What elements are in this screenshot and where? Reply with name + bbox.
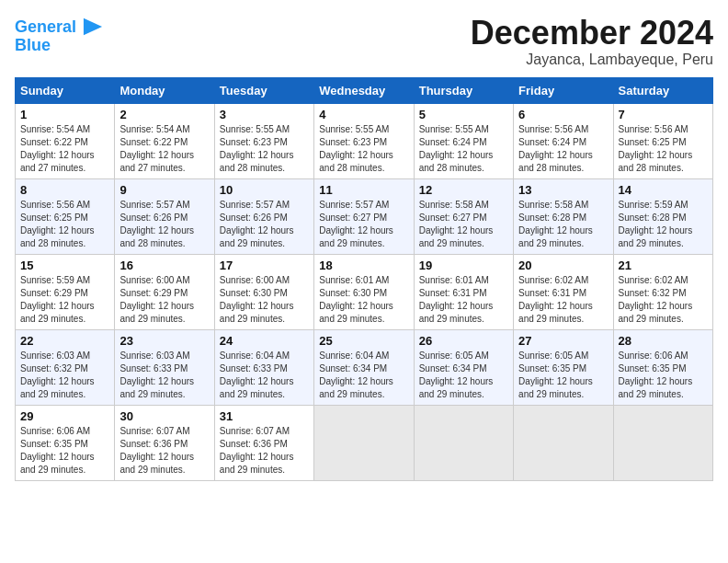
week-row-3: 15Sunrise: 5:59 AM Sunset: 6:29 PM Dayli…	[16, 254, 713, 329]
calendar-header: Sunday Monday Tuesday Wednesday Thursday…	[16, 77, 713, 103]
logo: General Blue	[15, 18, 106, 55]
day-number: 2	[119, 108, 209, 121]
header-tuesday: Tuesday	[214, 77, 313, 103]
day-cell: 10Sunrise: 5:57 AM Sunset: 6:26 PM Dayli…	[214, 178, 313, 254]
day-info: Sunrise: 5:56 AM Sunset: 6:25 PM Dayligh…	[619, 123, 708, 175]
day-cell: 22Sunrise: 6:03 AM Sunset: 6:32 PM Dayli…	[16, 329, 115, 405]
header-friday: Friday	[514, 77, 613, 103]
day-cell: 17Sunrise: 6:00 AM Sunset: 6:30 PM Dayli…	[214, 254, 313, 329]
day-cell: 18Sunrise: 6:01 AM Sunset: 6:30 PM Dayli…	[314, 254, 414, 329]
day-info: Sunrise: 6:04 AM Sunset: 6:33 PM Dayligh…	[220, 350, 309, 401]
day-number: 19	[419, 259, 508, 272]
day-cell: 5Sunrise: 5:55 AM Sunset: 6:24 PM Daylig…	[414, 103, 513, 178]
week-row-1: 1Sunrise: 5:54 AM Sunset: 6:22 PM Daylig…	[16, 103, 713, 178]
week-row-2: 8Sunrise: 5:56 AM Sunset: 6:25 PM Daylig…	[16, 178, 713, 254]
day-info: Sunrise: 5:57 AM Sunset: 6:26 PM Dayligh…	[220, 199, 309, 250]
day-info: Sunrise: 6:05 AM Sunset: 6:34 PM Dayligh…	[419, 350, 508, 401]
day-number: 6	[518, 108, 608, 121]
day-number: 7	[619, 108, 708, 121]
day-cell: 8Sunrise: 5:56 AM Sunset: 6:25 PM Daylig…	[16, 178, 115, 254]
day-number: 13	[518, 183, 608, 197]
calendar-body: 1Sunrise: 5:54 AM Sunset: 6:22 PM Daylig…	[16, 103, 713, 480]
day-info: Sunrise: 6:01 AM Sunset: 6:31 PM Dayligh…	[419, 274, 508, 326]
day-number: 28	[619, 334, 708, 348]
day-cell: 21Sunrise: 6:02 AM Sunset: 6:32 PM Dayli…	[613, 254, 712, 329]
day-number: 18	[319, 259, 408, 272]
day-cell	[414, 405, 513, 480]
day-number: 21	[619, 259, 708, 272]
day-info: Sunrise: 5:54 AM Sunset: 6:22 PM Dayligh…	[20, 123, 109, 175]
page-container: General Blue December 2024 Jayanca, Lamb…	[0, 0, 728, 488]
logo-icon	[80, 17, 106, 37]
day-number: 10	[220, 183, 309, 197]
day-cell: 6Sunrise: 5:56 AM Sunset: 6:24 PM Daylig…	[514, 103, 613, 178]
day-cell: 16Sunrise: 6:00 AM Sunset: 6:29 PM Dayli…	[115, 254, 214, 329]
day-number: 24	[220, 334, 309, 348]
logo-blue-text: Blue	[15, 37, 106, 55]
header: General Blue December 2024 Jayanca, Lamb…	[15, 15, 713, 68]
day-cell: 20Sunrise: 6:02 AM Sunset: 6:31 PM Dayli…	[514, 254, 613, 329]
day-number: 5	[419, 108, 508, 121]
day-info: Sunrise: 6:02 AM Sunset: 6:32 PM Dayligh…	[619, 274, 708, 326]
day-info: Sunrise: 5:55 AM Sunset: 6:23 PM Dayligh…	[220, 123, 309, 175]
day-number: 26	[419, 334, 508, 348]
day-info: Sunrise: 6:01 AM Sunset: 6:30 PM Dayligh…	[319, 274, 408, 326]
header-row: Sunday Monday Tuesday Wednesday Thursday…	[16, 77, 713, 103]
day-info: Sunrise: 6:05 AM Sunset: 6:35 PM Dayligh…	[518, 350, 608, 401]
day-number: 3	[220, 108, 309, 121]
day-info: Sunrise: 6:04 AM Sunset: 6:34 PM Dayligh…	[319, 350, 408, 401]
day-cell: 4Sunrise: 5:55 AM Sunset: 6:23 PM Daylig…	[314, 103, 414, 178]
day-number: 9	[119, 183, 209, 197]
day-cell: 14Sunrise: 5:59 AM Sunset: 6:28 PM Dayli…	[613, 178, 712, 254]
day-cell: 28Sunrise: 6:06 AM Sunset: 6:35 PM Dayli…	[613, 329, 712, 405]
title-area: December 2024 Jayanca, Lambayeque, Peru	[471, 15, 713, 68]
day-info: Sunrise: 5:57 AM Sunset: 6:26 PM Dayligh…	[119, 199, 209, 250]
day-cell	[314, 405, 414, 480]
day-cell: 11Sunrise: 5:57 AM Sunset: 6:27 PM Dayli…	[314, 178, 414, 254]
day-number: 12	[419, 183, 508, 197]
day-info: Sunrise: 5:54 AM Sunset: 6:22 PM Dayligh…	[119, 123, 209, 175]
day-number: 22	[20, 334, 109, 348]
day-info: Sunrise: 5:55 AM Sunset: 6:23 PM Dayligh…	[319, 123, 408, 175]
header-wednesday: Wednesday	[314, 77, 414, 103]
day-number: 31	[220, 409, 309, 423]
day-info: Sunrise: 5:58 AM Sunset: 6:28 PM Dayligh…	[518, 199, 608, 250]
day-cell: 13Sunrise: 5:58 AM Sunset: 6:28 PM Dayli…	[514, 178, 613, 254]
day-cell: 24Sunrise: 6:04 AM Sunset: 6:33 PM Dayli…	[214, 329, 313, 405]
day-cell: 15Sunrise: 5:59 AM Sunset: 6:29 PM Dayli…	[16, 254, 115, 329]
day-cell: 12Sunrise: 5:58 AM Sunset: 6:27 PM Dayli…	[414, 178, 513, 254]
day-number: 8	[20, 183, 109, 197]
day-info: Sunrise: 5:55 AM Sunset: 6:24 PM Dayligh…	[419, 123, 508, 175]
day-info: Sunrise: 6:07 AM Sunset: 6:36 PM Dayligh…	[119, 425, 209, 477]
header-saturday: Saturday	[613, 77, 712, 103]
day-cell: 26Sunrise: 6:05 AM Sunset: 6:34 PM Dayli…	[414, 329, 513, 405]
day-cell: 31Sunrise: 6:07 AM Sunset: 6:36 PM Dayli…	[214, 405, 313, 480]
svg-marker-0	[84, 18, 102, 35]
day-info: Sunrise: 6:03 AM Sunset: 6:32 PM Dayligh…	[20, 350, 109, 401]
day-number: 4	[319, 108, 408, 121]
header-monday: Monday	[115, 77, 214, 103]
day-cell: 1Sunrise: 5:54 AM Sunset: 6:22 PM Daylig…	[16, 103, 115, 178]
day-number: 15	[20, 259, 109, 272]
calendar-table: Sunday Monday Tuesday Wednesday Thursday…	[15, 77, 713, 481]
day-info: Sunrise: 5:59 AM Sunset: 6:29 PM Dayligh…	[20, 274, 109, 326]
day-cell: 19Sunrise: 6:01 AM Sunset: 6:31 PM Dayli…	[414, 254, 513, 329]
day-info: Sunrise: 5:59 AM Sunset: 6:28 PM Dayligh…	[619, 199, 708, 250]
day-cell	[514, 405, 613, 480]
day-number: 14	[619, 183, 708, 197]
day-info: Sunrise: 6:00 AM Sunset: 6:30 PM Dayligh…	[220, 274, 309, 326]
day-number: 16	[119, 259, 209, 272]
day-info: Sunrise: 5:58 AM Sunset: 6:27 PM Dayligh…	[419, 199, 508, 250]
day-cell	[613, 405, 712, 480]
month-title: December 2024	[471, 15, 713, 52]
day-info: Sunrise: 6:06 AM Sunset: 6:35 PM Dayligh…	[20, 425, 109, 477]
day-info: Sunrise: 6:02 AM Sunset: 6:31 PM Dayligh…	[518, 274, 608, 326]
day-number: 1	[20, 108, 109, 121]
day-info: Sunrise: 5:56 AM Sunset: 6:25 PM Dayligh…	[20, 199, 109, 250]
day-cell: 29Sunrise: 6:06 AM Sunset: 6:35 PM Dayli…	[16, 405, 115, 480]
week-row-5: 29Sunrise: 6:06 AM Sunset: 6:35 PM Dayli…	[16, 405, 713, 480]
day-info: Sunrise: 5:56 AM Sunset: 6:24 PM Dayligh…	[518, 123, 608, 175]
day-info: Sunrise: 6:06 AM Sunset: 6:35 PM Dayligh…	[619, 350, 708, 401]
day-cell: 7Sunrise: 5:56 AM Sunset: 6:25 PM Daylig…	[613, 103, 712, 178]
logo-text: General	[15, 18, 76, 37]
